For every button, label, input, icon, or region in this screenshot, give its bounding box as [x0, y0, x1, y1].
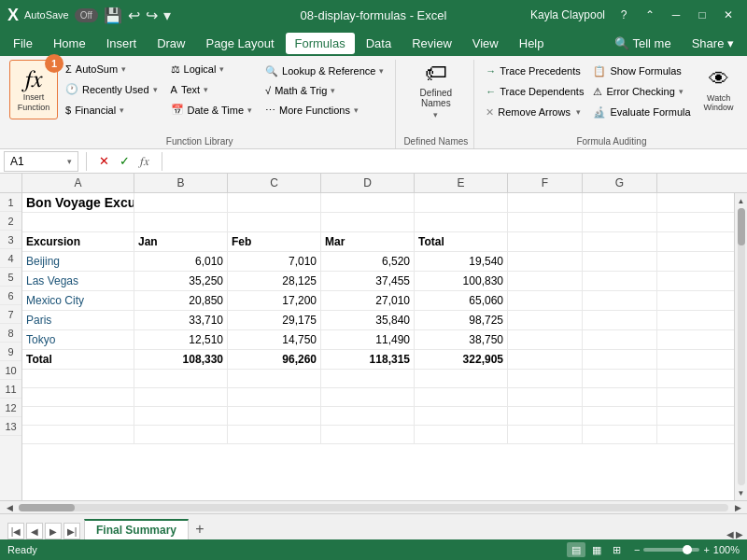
- cell-f5[interactable]: [508, 272, 583, 290]
- sheet-tab-final-summary[interactable]: Final Summary: [84, 519, 189, 539]
- col-header-f[interactable]: F: [508, 174, 583, 192]
- cell-a6[interactable]: Mexico City: [22, 291, 134, 310]
- cell-a13[interactable]: [22, 426, 134, 444]
- page-break-view-button[interactable]: ⊞: [608, 542, 627, 557]
- cell-c3[interactable]: Feb: [228, 232, 321, 251]
- cell-e11[interactable]: [415, 388, 508, 407]
- cell-g10[interactable]: [583, 370, 657, 388]
- error-checking-button[interactable]: ⚠ Error Checking ▾: [589, 82, 694, 101]
- cell-g5[interactable]: [583, 272, 657, 290]
- cell-e1[interactable]: [415, 193, 508, 212]
- cell-a5[interactable]: Las Vegas: [22, 272, 134, 290]
- show-formulas-button[interactable]: 📋 Show Formulas: [589, 62, 694, 80]
- cell-g11[interactable]: [583, 388, 657, 407]
- menu-formulas[interactable]: Formulas: [286, 33, 355, 54]
- row-header-3[interactable]: 3: [0, 231, 21, 249]
- add-sheet-button[interactable]: +: [189, 519, 211, 539]
- menu-insert[interactable]: Insert: [97, 33, 147, 54]
- cell-g3[interactable]: [583, 232, 657, 251]
- scroll-right-button[interactable]: ▶: [732, 502, 743, 513]
- cell-c6[interactable]: 17,200: [228, 291, 321, 310]
- row-header-12[interactable]: 12: [0, 399, 21, 417]
- cell-f7[interactable]: [508, 311, 583, 329]
- row-header-7[interactable]: 7: [0, 305, 21, 324]
- zoom-in-button[interactable]: +: [703, 544, 709, 555]
- defined-names-button[interactable]: 🏷 DefinedNames ▾: [412, 60, 460, 119]
- cell-b3[interactable]: Jan: [134, 232, 228, 251]
- text-button[interactable]: A Text ▾: [165, 80, 259, 99]
- cell-f4[interactable]: [508, 252, 583, 271]
- cell-a7[interactable]: Paris: [22, 311, 134, 329]
- cell-g9[interactable]: [583, 350, 657, 369]
- sheet-nav-first[interactable]: |◀: [7, 523, 24, 539]
- cell-d8[interactable]: 11,490: [321, 330, 415, 349]
- cell-g4[interactable]: [583, 252, 657, 271]
- cell-f1[interactable]: [508, 193, 583, 212]
- more-functions-button[interactable]: ⋯ More Functions ▾: [260, 101, 389, 119]
- cell-d2[interactable]: [321, 213, 415, 231]
- redo-icon[interactable]: ↪: [146, 7, 158, 24]
- cell-c1[interactable]: [228, 193, 321, 212]
- cell-e8[interactable]: 38,750: [415, 330, 508, 349]
- menu-file[interactable]: File: [4, 33, 42, 54]
- recently-used-button[interactable]: 🕐 Recently Used ▾: [60, 80, 163, 99]
- ribbon-collapse-icon[interactable]: ⌃: [639, 6, 661, 24]
- trace-precedents-button[interactable]: → Trace Precedents: [482, 62, 587, 80]
- cell-b2[interactable]: [134, 213, 228, 231]
- h-scroll-thumb[interactable]: [19, 504, 75, 511]
- financial-button[interactable]: $ Financial ▾: [60, 101, 163, 119]
- row-header-2[interactable]: 2: [0, 212, 21, 231]
- zoom-out-button[interactable]: −: [634, 544, 640, 555]
- cell-d5[interactable]: 37,455: [321, 272, 415, 290]
- cell-b9[interactable]: 108,330: [134, 350, 228, 369]
- cell-c11[interactable]: [228, 388, 321, 407]
- cell-f10[interactable]: [508, 370, 583, 388]
- scroll-up-button[interactable]: ▲: [736, 195, 747, 206]
- cell-b7[interactable]: 33,710: [134, 311, 228, 329]
- cell-a2[interactable]: [22, 213, 134, 231]
- undo-icon[interactable]: ↩: [128, 7, 140, 24]
- cell-e13[interactable]: [415, 426, 508, 444]
- cell-b10[interactable]: [134, 370, 228, 388]
- vertical-scrollbar[interactable]: ▲ ▼: [734, 193, 747, 500]
- cell-g8[interactable]: [583, 330, 657, 349]
- row-header-6[interactable]: 6: [0, 287, 21, 305]
- evaluate-formula-button[interactable]: 🔬 Evaluate Formula: [589, 103, 694, 121]
- menu-home[interactable]: Home: [44, 33, 95, 54]
- cell-d4[interactable]: 6,520: [321, 252, 415, 271]
- row-header-8[interactable]: 8: [0, 324, 21, 343]
- remove-arrows-button[interactable]: ✕ Remove Arrows ▾: [482, 103, 587, 121]
- cell-c8[interactable]: 14,750: [228, 330, 321, 349]
- insert-function-formula-button[interactable]: 𝑓𝑥: [135, 152, 154, 171]
- cell-e4[interactable]: 19,540: [415, 252, 508, 271]
- cell-f8[interactable]: [508, 330, 583, 349]
- help-icon[interactable]: ?: [613, 6, 635, 24]
- cell-f6[interactable]: [508, 291, 583, 310]
- scroll-track[interactable]: [738, 208, 745, 485]
- zoom-thumb[interactable]: [683, 545, 692, 554]
- name-box[interactable]: A1 ▾: [4, 151, 78, 172]
- cell-a4[interactable]: Beijing: [22, 252, 134, 271]
- cell-c7[interactable]: 29,175: [228, 311, 321, 329]
- lookup-button[interactable]: 🔍 Lookup & Reference ▾: [260, 62, 389, 80]
- cell-f3[interactable]: [508, 232, 583, 251]
- cell-f13[interactable]: [508, 426, 583, 444]
- date-time-button[interactable]: 📅 Date & Time ▾: [165, 101, 259, 119]
- cell-b13[interactable]: [134, 426, 228, 444]
- scroll-thumb[interactable]: [738, 208, 745, 245]
- remove-arrows-dropdown[interactable]: ▾: [576, 107, 581, 117]
- col-header-e[interactable]: E: [415, 174, 508, 192]
- cell-a3[interactable]: Excursion: [22, 232, 134, 251]
- cell-b8[interactable]: 12,510: [134, 330, 228, 349]
- menu-page-layout[interactable]: Page Layout: [197, 33, 284, 54]
- menu-help[interactable]: Help: [510, 33, 554, 54]
- cell-d10[interactable]: [321, 370, 415, 388]
- cell-c13[interactable]: [228, 426, 321, 444]
- save-icon[interactable]: 💾: [104, 7, 122, 24]
- col-header-c[interactable]: C: [228, 174, 321, 192]
- cell-f9[interactable]: [508, 350, 583, 369]
- cell-c5[interactable]: 28,125: [228, 272, 321, 290]
- cell-g7[interactable]: [583, 311, 657, 329]
- page-layout-view-button[interactable]: ▦: [587, 542, 606, 557]
- scroll-down-button[interactable]: ▼: [736, 487, 747, 498]
